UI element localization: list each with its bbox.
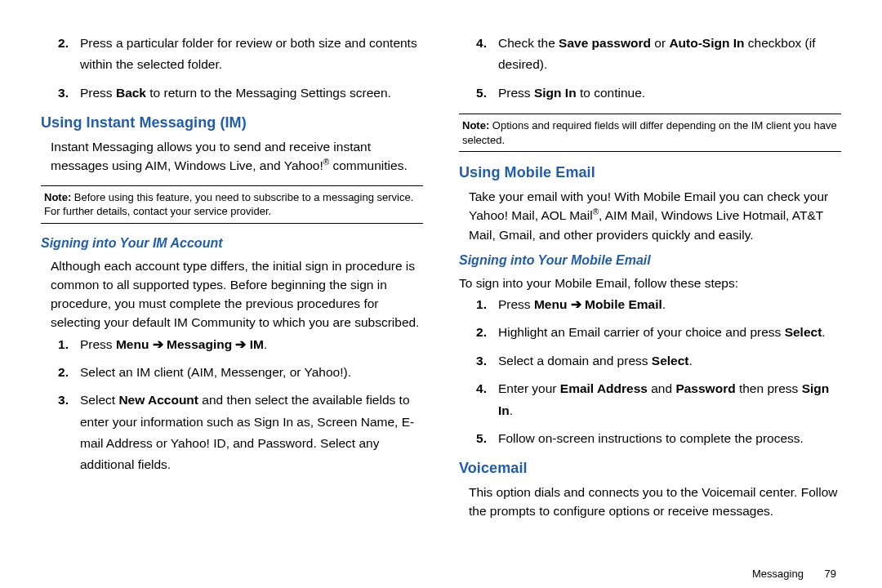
list-item: 4. Check the Save password or Auto-Sign … (459, 33, 841, 76)
paragraph-email-intro: Take your email with you! With Mobile Em… (459, 187, 841, 244)
paragraph-voicemail: This option dials and connects you to th… (459, 483, 841, 521)
heading-voicemail: Voicemail (459, 457, 841, 479)
step-number: 4. (459, 33, 498, 76)
step-text: Press Sign In to continue. (498, 82, 841, 104)
step-number: 2. (41, 362, 80, 383)
note-box: Note: Before using this feature, you nee… (41, 185, 423, 224)
subheading-signin-email: Signing into Your Mobile Email (459, 251, 841, 270)
ordered-list-4: 1. Press Menu ➔ Mobile Email. 2. Highlig… (459, 294, 841, 449)
note-text: Options and required fields will differ … (462, 119, 837, 146)
step-text: Check the Save password or Auto-Sign In … (498, 33, 841, 76)
list-item: 1. Press Menu ➔ Messaging ➔ IM. (41, 334, 423, 355)
step-text: Highlight an Email carrier of your choic… (498, 322, 841, 343)
two-column-layout: 2. Press a particular folder for review … (41, 33, 841, 561)
list-item: 4. Enter your Email Address and Password… (459, 378, 841, 421)
manual-page: 2. Press a particular folder for review … (0, 0, 882, 588)
footer-page-number: 79 (825, 568, 836, 580)
ordered-list-1: 2. Press a particular folder for review … (41, 33, 423, 104)
registered-icon: ® (323, 158, 329, 167)
list-item: 3. Select a domain and press Select. (459, 350, 841, 372)
step-number: 3. (41, 390, 80, 475)
heading-using-im: Using Instant Messaging (IM) (41, 112, 423, 134)
note-box: Note: Options and required fields will d… (459, 114, 841, 152)
heading-using-mobile-email: Using Mobile Email (459, 162, 841, 184)
note-text: Before using this feature, you need to s… (44, 191, 413, 218)
paragraph-im-intro: Instant Messaging allows you to send and… (41, 137, 423, 176)
list-item: 2. Highlight an Email carrier of your ch… (459, 322, 841, 343)
list-item: 3. Press Back to return to the Messaging… (41, 82, 423, 104)
step-text: Select an IM client (AIM, Messenger, or … (80, 362, 423, 383)
step-text: Enter your Email Address and Password th… (498, 378, 841, 421)
list-item: 3. Select New Account and then select th… (41, 390, 423, 475)
list-item: 5. Press Sign In to continue. (459, 82, 841, 104)
list-item: 5. Follow on-screen instructions to comp… (459, 428, 841, 449)
right-column: 4. Check the Save password or Auto-Sign … (459, 33, 841, 561)
step-number: 1. (459, 294, 498, 315)
step-number: 2. (459, 322, 498, 343)
step-number: 1. (41, 334, 80, 355)
step-text: Press Menu ➔ Messaging ➔ IM. (80, 334, 423, 355)
list-item: 2. Select an IM client (AIM, Messenger, … (41, 362, 423, 383)
step-number: 4. (459, 378, 498, 421)
list-item: 1. Press Menu ➔ Mobile Email. (459, 294, 841, 315)
paragraph-signin-im: Although each account type differs, the … (41, 256, 423, 332)
step-text: Select a domain and press Select. (498, 350, 841, 372)
step-text: Follow on-screen instructions to complet… (498, 428, 841, 449)
footer-section: Messaging (752, 568, 804, 580)
ordered-list-2: 1. Press Menu ➔ Messaging ➔ IM. 2. Selec… (41, 334, 423, 476)
step-number: 3. (459, 350, 498, 372)
step-text: Select New Account and then select the a… (80, 390, 423, 475)
note-label: Note: (44, 191, 71, 203)
left-column: 2. Press a particular folder for review … (41, 33, 423, 561)
step-text: Press a particular folder for review or … (80, 33, 423, 76)
page-footer: Messaging 79 (41, 561, 841, 580)
paragraph-signin-email: To sign into your Mobile Email, follow t… (459, 274, 841, 292)
step-text: Press Back to return to the Messaging Se… (80, 82, 423, 104)
step-text: Press Menu ➔ Mobile Email. (498, 294, 841, 315)
step-number: 5. (459, 82, 498, 104)
ordered-list-3: 4. Check the Save password or Auto-Sign … (459, 33, 841, 104)
step-number: 3. (41, 82, 80, 104)
step-number: 2. (41, 33, 80, 76)
note-label: Note: (462, 119, 489, 131)
step-number: 5. (459, 428, 498, 449)
list-item: 2. Press a particular folder for review … (41, 33, 423, 76)
subheading-signin-im: Signing into Your IM Account (41, 234, 423, 253)
registered-icon: ® (593, 207, 599, 216)
